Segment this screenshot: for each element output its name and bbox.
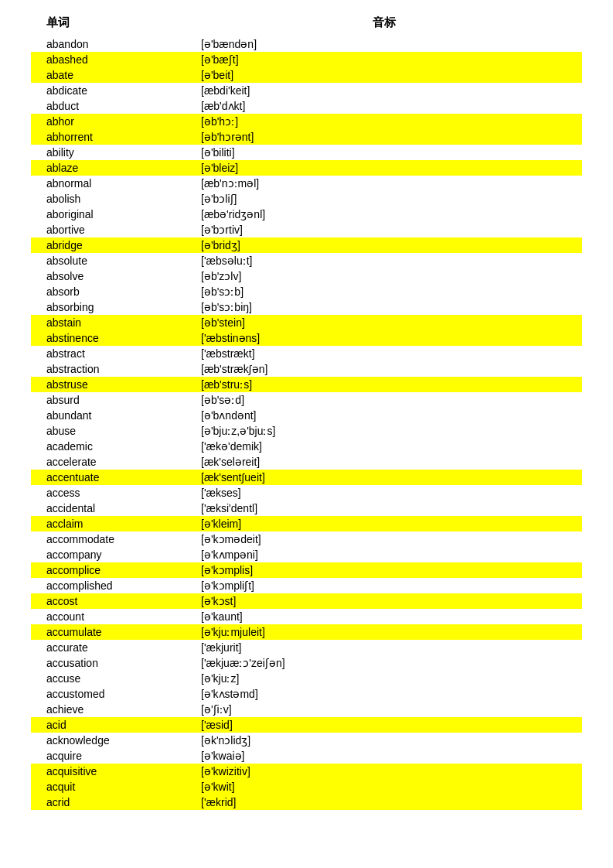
- word-cell: access: [46, 487, 201, 499]
- phonetic-cell: [əb'sɔːbiŋ]: [201, 301, 567, 313]
- table-row: absurd[əb'səːd]: [31, 392, 582, 408]
- word-cell: absolve: [46, 270, 201, 282]
- table-row: abundant[ə'bʌndənt]: [31, 408, 582, 423]
- phonetic-cell: [ə'bʌndənt]: [201, 409, 567, 422]
- table-row: accurate['ækjurit]: [31, 640, 582, 655]
- phonetic-cell: [əb'səːd]: [201, 394, 567, 406]
- phonetic-cell: [ə'beit]: [201, 69, 567, 81]
- table-row: abandon[ə'bændən]: [31, 36, 582, 52]
- header-phonetic: 音标: [201, 15, 567, 30]
- word-cell: abashed: [46, 53, 201, 66]
- phonetic-cell: ['ækə'demik]: [201, 440, 567, 453]
- phonetic-cell: [ə'bɔliʃ]: [201, 193, 567, 205]
- phonetic-cell: [ə'bridʒ]: [201, 239, 567, 251]
- phonetic-cell: ['ækjuæːɔ'zeiʃən]: [201, 657, 567, 669]
- word-cell: acquit: [46, 781, 201, 793]
- word-cell: abstruse: [46, 378, 201, 391]
- phonetic-cell: [ək'nɔlidʒ]: [201, 734, 567, 747]
- word-cell: acid: [46, 719, 201, 731]
- word-cell: accustomed: [46, 688, 201, 700]
- word-cell: abdicate: [46, 84, 201, 97]
- word-cell: accumulate: [46, 626, 201, 638]
- word-cell: absorbing: [46, 301, 201, 313]
- word-cell: acclaim: [46, 518, 201, 530]
- phonetic-cell: [ə'bændən]: [201, 38, 567, 50]
- table-row: accommodate[ə'kɔmədeit]: [31, 531, 582, 547]
- table-row: acrid['ækrid]: [31, 795, 582, 810]
- word-cell: acquisitive: [46, 765, 201, 777]
- word-cell: accuse: [46, 672, 201, 685]
- word-cell: accelerate: [46, 456, 201, 468]
- phonetic-cell: [ə'bɔrtiv]: [201, 224, 567, 236]
- table-row: aboriginal[æbə'ridʒənl]: [31, 207, 582, 222]
- word-cell: accomplished: [46, 579, 201, 592]
- table-row: accidental['æksi'dentl]: [31, 501, 582, 516]
- phonetic-cell: [æbə'ridʒənl]: [201, 208, 567, 220]
- word-cell: abstraction: [46, 363, 201, 375]
- phonetic-cell: ['æsid]: [201, 719, 567, 731]
- word-cell: abundant: [46, 409, 201, 422]
- table-row: accelerate[æk'seləreit]: [31, 454, 582, 470]
- word-cell: abhorrent: [46, 131, 201, 143]
- table-row: abuse[ə'bjuːz,ə'bjuːs]: [31, 423, 582, 439]
- phonetic-cell: [ə'kwizitiv]: [201, 765, 567, 777]
- phonetic-cell: [əb'zɔlv]: [201, 270, 567, 282]
- table-row: absorbing[əb'sɔːbiŋ]: [31, 299, 582, 315]
- table-row: accuse[ə'kjuːz]: [31, 671, 582, 686]
- table-row: abate[ə'beit]: [31, 67, 582, 83]
- table-row: abstruse[æb'struːs]: [31, 377, 582, 392]
- word-cell: accompany: [46, 548, 201, 561]
- table-row: absorb[əb'sɔːb]: [31, 284, 582, 299]
- word-cell: acquire: [46, 750, 201, 762]
- word-cell: accentuate: [46, 471, 201, 484]
- phonetic-cell: [æb'stræk∫ən]: [201, 363, 567, 375]
- phonetic-cell: [ə'kɔmədeit]: [201, 533, 567, 545]
- phonetic-cell: ['æbsəluːt]: [201, 255, 567, 267]
- word-cell: abhor: [46, 115, 201, 128]
- table-row: abstain[əb'stein]: [31, 315, 582, 330]
- word-cell: abuse: [46, 425, 201, 437]
- phonetic-cell: ['ækses]: [201, 487, 567, 499]
- table-row: account[ə'kaunt]: [31, 609, 582, 624]
- phonetic-cell: ['æbstinəns]: [201, 332, 567, 344]
- phonetic-cell: [æb'dʌkt]: [201, 100, 567, 112]
- table-row: absolute['æbsəluːt]: [31, 253, 582, 268]
- word-cell: abstract: [46, 347, 201, 360]
- table-row: acclaim[ə'kleim]: [31, 516, 582, 531]
- header-word: 单词: [46, 15, 201, 30]
- phonetic-cell: [æk'sent∫ueit]: [201, 471, 567, 484]
- table-row: abhorrent[əb'hɔrənt]: [31, 129, 582, 145]
- word-cell: academic: [46, 440, 201, 453]
- phonetic-cell: [ə'kleim]: [201, 518, 567, 530]
- word-cell: accomplice: [46, 564, 201, 576]
- word-cell: abate: [46, 69, 201, 81]
- table-row: accost[ə'kɔst]: [31, 593, 582, 609]
- table-row: accomplice[ə'kɔmplis]: [31, 562, 582, 578]
- table-row: abashed[ə'bæʃt]: [31, 52, 582, 67]
- phonetic-cell: [əb'hɔː]: [201, 115, 567, 128]
- phonetic-cell: ['ækjurit]: [201, 641, 567, 654]
- phonetic-cell: [ə'kɔmpliʃt]: [201, 579, 567, 592]
- word-cell: account: [46, 610, 201, 623]
- table-row: abdicate[æbdi'keit]: [31, 83, 582, 98]
- word-cell: absurd: [46, 394, 201, 406]
- phonetic-cell: [əb'stein]: [201, 316, 567, 329]
- phonetic-cell: [æb'nɔːməl]: [201, 177, 567, 190]
- word-cell: abridge: [46, 239, 201, 251]
- table-row: accomplished[ə'kɔmpliʃt]: [31, 578, 582, 593]
- word-cell: abnormal: [46, 177, 201, 190]
- table-header: 单词 音标: [31, 15, 582, 30]
- phonetic-cell: [ə'bleiz]: [201, 162, 567, 174]
- word-cell: ability: [46, 146, 201, 159]
- phonetic-cell: [ə'kʌstəmd]: [201, 688, 567, 700]
- table-row: abstraction[æb'stræk∫ən]: [31, 361, 582, 377]
- table-row: acknowledge[ək'nɔlidʒ]: [31, 733, 582, 748]
- table-row: abnormal[æb'nɔːməl]: [31, 176, 582, 191]
- word-cell: abortive: [46, 224, 201, 236]
- phonetic-cell: [ə'bjuːz,ə'bjuːs]: [201, 425, 567, 437]
- table-row: accusation['ækjuæːɔ'zeiʃən]: [31, 655, 582, 671]
- phonetic-cell: [əb'sɔːb]: [201, 285, 567, 298]
- phonetic-cell: [æk'seləreit]: [201, 456, 567, 468]
- table-row: acquisitive[ə'kwizitiv]: [31, 764, 582, 779]
- phonetic-cell: [əb'hɔrənt]: [201, 131, 567, 143]
